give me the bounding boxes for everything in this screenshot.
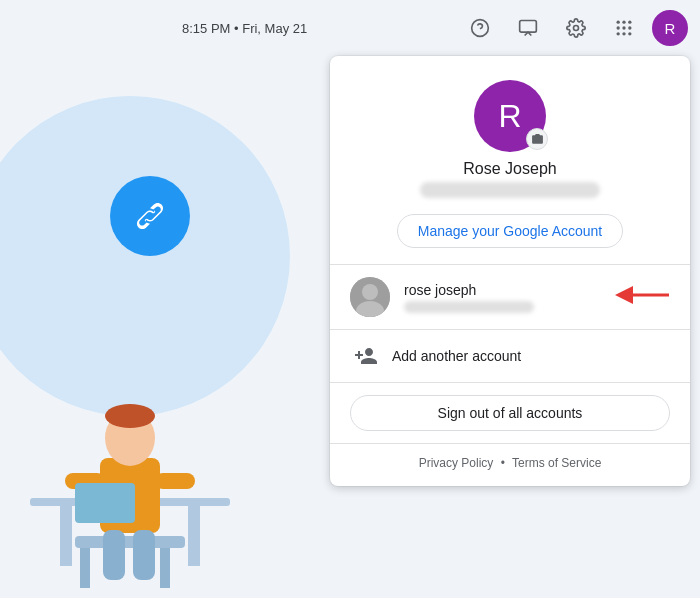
svg-point-11 [622,32,625,35]
camera-icon [531,133,544,146]
svg-rect-14 [60,506,72,566]
account-email-blurred [404,301,534,313]
chat-icon [518,18,538,38]
profile-avatar: R [474,80,546,152]
svg-point-7 [617,26,620,29]
svg-point-4 [617,21,620,24]
profile-name: Rose Joseph [354,160,666,178]
apps-button[interactable] [604,8,644,48]
person-avatar-icon [350,277,390,317]
svg-point-6 [628,21,631,24]
profile-email-blurred [420,182,600,198]
terms-of-service-link[interactable]: Terms of Service [512,456,601,470]
profile-avatar-letter: R [498,98,521,135]
svg-point-21 [105,404,155,428]
account-dropdown: R Rose Joseph Manage your Google Account… [330,56,690,486]
settings-button[interactable] [556,8,596,48]
add-account-button[interactable]: Add another account [330,330,690,382]
svg-rect-2 [520,21,537,33]
svg-point-8 [622,26,625,29]
add-account-label: Add another account [392,348,521,364]
svg-rect-18 [75,536,185,548]
footer-separator: • [501,456,505,470]
help-icon [470,18,490,38]
dropdown-header: R Rose Joseph Manage your Google Account [330,56,690,264]
svg-rect-25 [103,530,125,580]
avatar-letter: R [665,20,676,37]
camera-badge-button[interactable] [526,128,548,150]
svg-point-10 [617,32,620,35]
manage-account-button[interactable]: Manage your Google Account [397,214,623,248]
account-thumbnail [350,277,390,317]
privacy-policy-link[interactable]: Privacy Policy [419,456,494,470]
red-arrow-annotation [614,280,674,314]
person-illustration [0,298,260,598]
settings-icon [566,18,586,38]
account-avatar-button[interactable]: R [652,10,688,46]
svg-point-9 [628,26,631,29]
chat-button[interactable] [508,8,548,48]
grid-icon [614,18,634,38]
signout-button[interactable]: Sign out of all accounts [350,395,670,431]
help-button[interactable] [460,8,500,48]
svg-point-5 [622,21,625,24]
chain-icon-circle [110,176,190,256]
red-arrow-icon [614,280,674,310]
add-person-icon [354,344,378,368]
svg-point-12 [628,32,631,35]
svg-point-3 [574,26,579,31]
svg-point-28 [362,284,378,300]
svg-rect-23 [155,473,195,489]
top-bar: 8:15 PM • Fri, May 21 R [0,0,700,56]
chain-icon [127,193,173,239]
signout-section: Sign out of all accounts [330,383,690,443]
svg-rect-26 [133,530,155,580]
datetime-display: 8:15 PM • Fri, May 21 [182,21,307,36]
dropdown-footer: Privacy Policy • Terms of Service [330,444,690,486]
svg-rect-24 [75,483,135,523]
account-list-item[interactable]: rose joseph [330,265,690,329]
svg-rect-15 [188,506,200,566]
